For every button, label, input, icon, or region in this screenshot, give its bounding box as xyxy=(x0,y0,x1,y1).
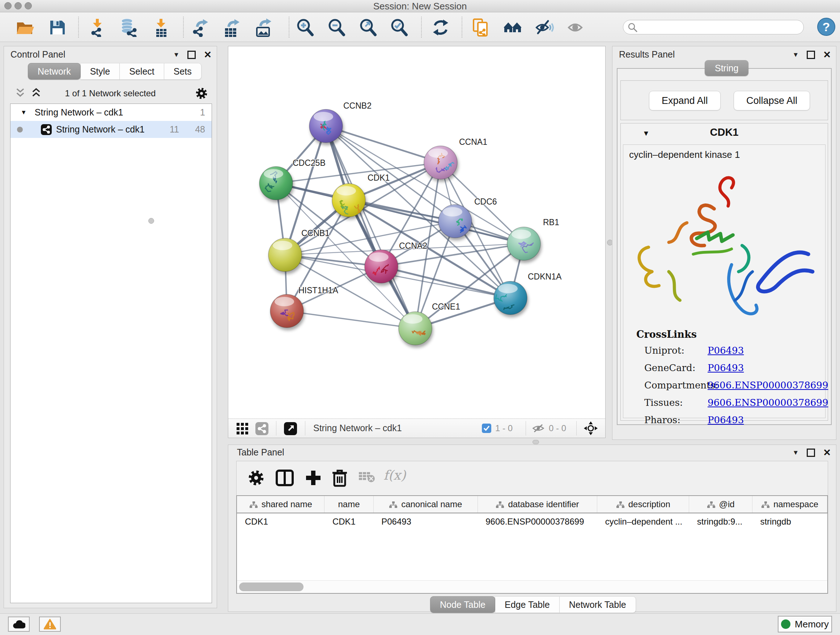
crosslink-link[interactable]: 9606.ENSP00000378699 xyxy=(707,380,828,391)
network-edge[interactable] xyxy=(326,126,415,328)
crosslink-link[interactable]: P06493 xyxy=(707,415,744,425)
column-header-id[interactable]: @id xyxy=(689,496,752,513)
network-view: CCNB2CCNA1CDC25BCDK1CDC6RB1CCNB1CCNA2CDK… xyxy=(228,46,606,438)
table-body[interactable]: CDK1CDK1P064939606.ENSP00000378699cyclin… xyxy=(237,513,827,530)
tab-edge-table[interactable]: Edge Table xyxy=(495,596,560,613)
node-label: CCNB2 xyxy=(343,101,371,111)
network-collection-row[interactable]: ▼ String Network – cdk1 1 xyxy=(11,104,212,121)
table-cell[interactable]: 9606.ENSP00000378699 xyxy=(477,513,597,530)
delete-icon[interactable] xyxy=(332,469,348,487)
panel-float-icon[interactable] xyxy=(807,448,815,457)
network-node-rb1[interactable]: RB1 xyxy=(507,218,559,260)
protein-details: cyclin–dependent kinase 1 xyxy=(623,144,826,418)
panel-float-icon[interactable] xyxy=(807,51,815,59)
column-header-namespace[interactable]: namespace xyxy=(752,496,827,513)
network-node-cdk1[interactable]: CDK1 xyxy=(332,173,390,217)
table-cell[interactable]: P06493 xyxy=(373,513,477,530)
panel-menu-icon[interactable]: ▼ xyxy=(792,51,799,59)
crosslink-link[interactable]: 9606.ENSP00000378699 xyxy=(707,397,828,408)
save-session-icon[interactable] xyxy=(48,18,66,37)
zoom-out-icon[interactable] xyxy=(327,18,346,37)
import-network-file-icon[interactable] xyxy=(88,18,107,37)
table-header[interactable]: shared namename canonical name database … xyxy=(237,496,827,513)
show-structure-images-icon[interactable] xyxy=(567,18,585,37)
table-row[interactable]: CDK1CDK1P064939606.ENSP00000378699cyclin… xyxy=(237,513,827,530)
crosslink-label: Compartments: xyxy=(644,380,707,391)
open-session-icon[interactable] xyxy=(15,18,34,37)
network-badge-icon[interactable] xyxy=(255,422,269,435)
import-network-database-icon[interactable] xyxy=(120,18,139,37)
tab-string[interactable]: String xyxy=(705,60,748,76)
collapse-all-button[interactable]: Collapse All xyxy=(734,91,810,111)
crosslink-link[interactable]: P06493 xyxy=(707,363,744,373)
export-network-icon[interactable] xyxy=(191,18,210,37)
panel-float-icon[interactable] xyxy=(187,51,196,59)
selected-checkbox-icon[interactable] xyxy=(482,423,492,433)
node-count: 11 xyxy=(170,124,179,135)
splitter-handle[interactable] xyxy=(532,440,539,444)
panel-close-icon[interactable]: ✕ xyxy=(204,49,212,60)
crosslink-row: Tissues:9606.ENSP00000378699 xyxy=(644,397,817,408)
tab-node-table[interactable]: Node Table xyxy=(430,596,495,613)
table-cell[interactable]: CDK1 xyxy=(237,513,325,530)
table-cell[interactable]: cyclin–dependent ... xyxy=(597,513,689,530)
table-cell[interactable]: stringdb:9... xyxy=(689,513,752,530)
search-input[interactable] xyxy=(640,21,801,33)
tab-sets[interactable]: Sets xyxy=(164,63,202,80)
hide-structure-images-icon[interactable] xyxy=(535,18,554,37)
column-header-description[interactable]: description xyxy=(597,496,689,513)
open-external-icon[interactable] xyxy=(284,422,297,435)
network-node-hist1h1a[interactable]: HIST1H1A xyxy=(270,286,339,328)
export-table-icon[interactable] xyxy=(223,18,242,37)
grid-view-icon[interactable] xyxy=(236,423,248,435)
zoom-fit-icon[interactable] xyxy=(358,18,377,37)
zoom-in-icon[interactable] xyxy=(295,18,314,37)
column-header-database-identifier[interactable]: database identifier xyxy=(477,496,597,513)
table-cell[interactable]: CDK1 xyxy=(325,513,373,530)
memory-button[interactable]: Memory xyxy=(778,616,832,632)
network-node-cdc25b[interactable]: CDC25B xyxy=(259,158,325,200)
tree-expander-icon[interactable]: ▼ xyxy=(21,109,27,116)
panel-close-icon[interactable]: ✕ xyxy=(823,49,831,60)
clone-network-icon[interactable] xyxy=(472,18,491,37)
scrollbar-thumb[interactable] xyxy=(239,583,303,591)
column-header-shared-name[interactable]: shared name xyxy=(237,496,325,513)
protein-section-header[interactable]: ▼ CDK1 xyxy=(621,124,828,144)
panel-menu-icon[interactable]: ▼ xyxy=(173,51,180,59)
warnings-button[interactable] xyxy=(39,616,61,632)
horizontal-scrollbar[interactable] xyxy=(237,580,827,593)
expand-all-button[interactable]: Expand All xyxy=(649,91,721,111)
network-canvas[interactable]: CCNB2CCNA1CDC25BCDK1CDC6RB1CCNB1CCNA2CDK… xyxy=(228,46,605,419)
tab-network[interactable]: Network xyxy=(28,63,81,80)
table-cell[interactable]: stringdb xyxy=(752,513,827,530)
network-edge[interactable] xyxy=(287,311,415,328)
node-label: CCNE1 xyxy=(432,302,460,311)
column-header-canonical-name[interactable]: canonical name xyxy=(373,496,477,513)
cloud-button[interactable] xyxy=(8,616,30,632)
birdseye-icon[interactable] xyxy=(584,421,598,435)
node-label: CCNB1 xyxy=(302,228,330,238)
splitter-handle[interactable] xyxy=(148,218,154,224)
table-settings-gear-icon[interactable] xyxy=(248,469,265,486)
panel-close-icon[interactable]: ✕ xyxy=(823,447,831,458)
network-node-cdkn1a[interactable]: CDKN1A xyxy=(494,272,562,315)
export-image-icon[interactable] xyxy=(255,18,273,37)
column-header-name[interactable]: name xyxy=(325,496,373,513)
string-home-icon[interactable] xyxy=(504,18,523,37)
panel-menu-icon[interactable]: ▼ xyxy=(792,449,799,456)
network-edge[interactable] xyxy=(326,126,441,163)
network-node-ccna1[interactable]: CCNA1 xyxy=(424,137,487,179)
help-icon[interactable]: ? xyxy=(817,17,836,36)
add-icon[interactable] xyxy=(305,469,322,486)
crosslink-link[interactable]: P06493 xyxy=(707,345,744,356)
tab-select[interactable]: Select xyxy=(120,63,164,80)
gear-icon[interactable] xyxy=(195,87,208,100)
network-row[interactable]: String Network – cdk1 11 48 xyxy=(11,121,212,138)
import-table-file-icon[interactable] xyxy=(152,18,171,37)
tab-style[interactable]: Style xyxy=(81,63,120,80)
tab-network-table[interactable]: Network Table xyxy=(560,596,636,613)
refresh-icon[interactable] xyxy=(431,18,450,37)
zoom-selected-icon[interactable] xyxy=(390,18,409,37)
network-node-ccne1[interactable]: CCNE1 xyxy=(399,302,460,345)
show-columns-icon[interactable] xyxy=(276,469,294,486)
